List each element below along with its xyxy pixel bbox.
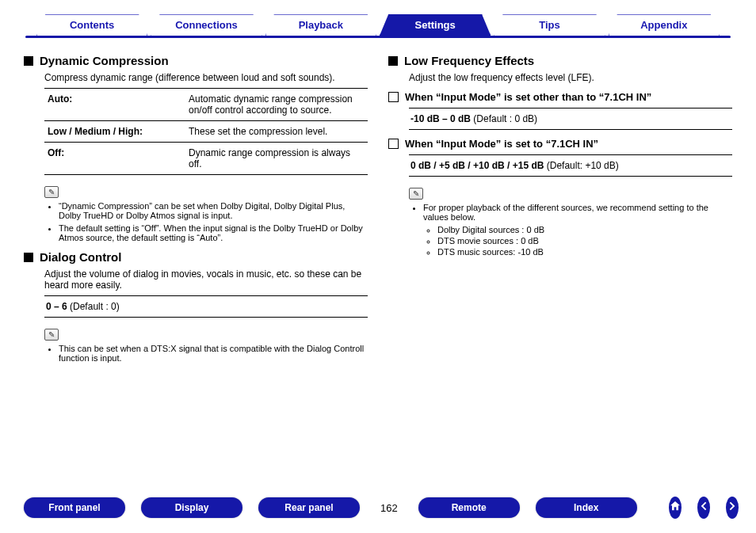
nav-front-panel[interactable]: Front panel [24, 497, 125, 518]
tab-playback[interactable]: Playback [265, 14, 376, 36]
nav-remote[interactable]: Remote [418, 497, 520, 518]
range-default: (Default : 0 dB) [471, 113, 537, 124]
opt-key: Off: [44, 143, 185, 175]
top-tabs: Contents Connections Playback Settings T… [24, 14, 732, 36]
range-bold: -10 dB – 0 dB [410, 113, 471, 124]
table-row: Off: Dynamic range compression is always… [44, 143, 368, 175]
dynamic-compression-notes: “Dynamic Compression” can be set when Do… [44, 201, 368, 242]
nav-display[interactable]: Display [141, 497, 242, 518]
bottom-bar: Front panel Display Rear panel 162 Remot… [24, 497, 732, 519]
dynamic-compression-intro: Compress dynamic range (difference betwe… [44, 72, 368, 83]
dialog-control-range: 0 – 6 (Default : 0) [44, 295, 368, 318]
note-subitem: DTS music sources: -10 dB [437, 247, 732, 257]
hollow-square-icon [388, 92, 399, 102]
dialog-control-intro: Adjust the volume of dialog in movies, v… [44, 268, 368, 291]
heading-input-mode-other: When “Input Mode” is set other than to “… [388, 91, 732, 103]
left-column: Dynamic Compression Compress dynamic ran… [24, 51, 368, 371]
pencil-note-icon: ✎ [409, 188, 423, 200]
dynamic-compression-table: Auto: Automatic dynamic range compressio… [44, 88, 368, 175]
lfe-range-other: -10 dB – 0 dB (Default : 0 dB) [409, 108, 732, 130]
tab-settings[interactable]: Settings [380, 14, 491, 36]
square-bullet-icon [388, 56, 398, 66]
tab-appendix[interactable]: Appendix [609, 14, 720, 36]
note-item: For proper playback of the different sou… [423, 203, 732, 257]
lfe-range-71ch: 0 dB / +5 dB / +10 dB / +15 dB (Default:… [409, 154, 732, 177]
note-item: This can be set when a DTS:X signal that… [59, 344, 368, 363]
hollow-square-icon [388, 139, 399, 149]
pencil-note-icon: ✎ [44, 186, 59, 198]
dialog-control-notes: This can be set when a DTS:X signal that… [44, 344, 368, 363]
heading-input-mode-71ch: When “Input Mode” is set to “7.1CH IN” [388, 138, 732, 150]
opt-value: Dynamic range compression is always off. [185, 143, 368, 175]
heading-dialog-control: Dialog Control [24, 250, 368, 264]
next-page-button[interactable] [726, 497, 739, 519]
nav-rear-panel[interactable]: Rear panel [258, 497, 360, 518]
heading-text: When “Input Mode” is set to “7.1CH IN” [405, 138, 598, 150]
tab-connections[interactable]: Connections [151, 14, 262, 36]
home-button[interactable] [669, 497, 682, 519]
opt-value: These set the compression level. [185, 121, 368, 143]
square-bullet-icon [24, 56, 33, 66]
range-default: (Default : 0) [67, 301, 120, 312]
range-bold: 0 dB / +5 dB / +10 dB / +15 dB [410, 160, 544, 171]
lfe-notes: For proper playback of the different sou… [409, 203, 732, 257]
pencil-note-icon: ✎ [44, 329, 59, 341]
square-bullet-icon [24, 253, 33, 262]
heading-text: Dialog Control [40, 250, 121, 264]
heading-lfe: Low Frequency Effects [388, 54, 732, 67]
note-item: The default setting is “Off”. When the i… [59, 223, 368, 242]
nav-index[interactable]: Index [536, 497, 637, 518]
prev-page-button[interactable] [697, 497, 710, 519]
opt-key: Low / Medium / High: [44, 121, 185, 143]
note-lead: For proper playback of the different sou… [423, 203, 708, 222]
lfe-intro: Adjust the low frequency effects level (… [409, 72, 732, 83]
heading-text: Dynamic Compression [40, 54, 169, 67]
opt-value: Automatic dynamic range compression on/o… [185, 89, 368, 121]
heading-text: Low Frequency Effects [404, 54, 534, 67]
tab-contents[interactable]: Contents [36, 14, 147, 36]
home-icon [669, 500, 682, 516]
heading-text: When “Input Mode” is set other than to “… [405, 91, 651, 103]
table-row: Low / Medium / High: These set the compr… [44, 121, 368, 143]
range-bold: 0 – 6 [46, 301, 67, 312]
tab-tips[interactable]: Tips [494, 14, 605, 36]
page-number: 162 [376, 502, 403, 514]
right-column: Low Frequency Effects Adjust the low fre… [388, 51, 732, 371]
tab-underline [25, 36, 731, 38]
note-subitem: Dolby Digital sources : 0 dB [437, 225, 732, 234]
opt-key: Auto: [44, 89, 185, 121]
note-subitem: DTS movie sources : 0 dB [437, 236, 732, 246]
arrow-right-icon [726, 500, 739, 516]
arrow-left-icon [697, 500, 710, 516]
heading-dynamic-compression: Dynamic Compression [24, 54, 368, 67]
note-item: “Dynamic Compression” can be set when Do… [59, 201, 368, 220]
table-row: Auto: Automatic dynamic range compressio… [44, 89, 368, 121]
range-default: (Default: +10 dB) [544, 160, 618, 171]
